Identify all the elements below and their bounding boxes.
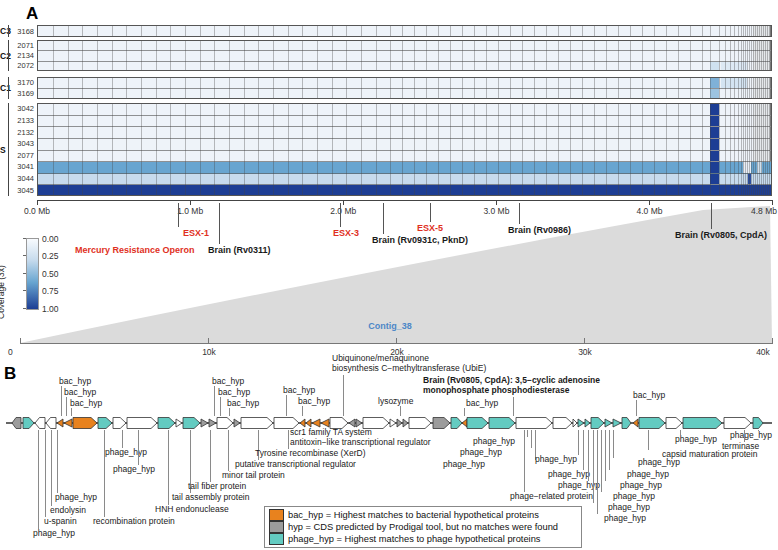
heatmap-gridline: [112, 104, 113, 195]
heatmap-gridline: [361, 104, 362, 195]
heatmap-gridline: [558, 41, 559, 70]
heatmap-gridline: [474, 41, 475, 70]
heatmap-gridline: [618, 41, 619, 70]
heatmap-gridline: [719, 104, 720, 195]
heatmap-gridline: [761, 104, 762, 195]
heatmap-gridline: [534, 104, 535, 195]
heatmap-gridline: [765, 104, 766, 195]
gene-label-leader: [464, 408, 465, 416]
heatmap-gridline: [474, 26, 475, 36]
heatmap-gridline: [690, 26, 691, 36]
contig-axis-tick: [20, 338, 21, 344]
heatmap-gridline: [273, 78, 274, 98]
gene-arrow: [306, 419, 311, 427]
gene-label: phage_hyp: [473, 437, 515, 447]
heatmap-gridline: [332, 41, 333, 70]
gene-label: phage_hyp: [730, 431, 772, 441]
coverage-legend-tick: [23, 238, 26, 239]
heatmap-gridline: [185, 78, 186, 98]
heatmap-gridline: [767, 104, 768, 195]
heatmap-gridline: [302, 26, 303, 36]
gene-label-leader: [138, 430, 139, 465]
heatmap-gridline: [642, 41, 643, 70]
contig-axis-tick: [772, 338, 773, 344]
heatmap-block: [37, 103, 772, 196]
heatmap-gridline: [462, 104, 463, 195]
heatmap-gridline: [68, 78, 69, 98]
heatmap-gridline: [719, 78, 720, 98]
contig-axis-tick-label: 10k: [196, 347, 222, 357]
gene-label: tail fiber protein: [188, 482, 246, 492]
heatmap-gridline: [53, 26, 54, 36]
gene-arrow: [46, 418, 56, 429]
gene-arrow: [356, 419, 362, 427]
gene-label-leader: [229, 408, 230, 416]
heatmap-gridline: [317, 41, 318, 70]
gene-label: biosynthesis C−methyltransferase (UbiE): [332, 364, 486, 374]
coverage-legend-tick-label: 0.00: [42, 234, 59, 244]
heatmap-gridline: [302, 78, 303, 98]
gene-legend-text: phage_hyp = Highest matches to phage hyp…: [288, 534, 540, 544]
coverage-legend-tick-label: 0.25: [42, 251, 59, 261]
heatmap-gridline: [725, 104, 726, 195]
heatmap-gridline: [771, 26, 772, 36]
gene-label-leader: [583, 430, 584, 470]
heatmap-gridline: [258, 26, 259, 36]
panel-a-axis-tick: [496, 200, 497, 205]
heatmap-gridline: [765, 26, 766, 36]
heatmap-gridline: [719, 26, 720, 36]
gene-label-leader: [220, 397, 221, 416]
gene-arrow: [113, 418, 126, 429]
gene-label-leader: [593, 430, 594, 503]
heatmap-gridline: [666, 104, 667, 195]
heatmap-gridline: [678, 26, 679, 36]
heatmap-gridline: [743, 26, 744, 36]
heatmap-row: [38, 139, 771, 151]
heatmap-gridline: [534, 78, 535, 98]
heatmap-gridline: [332, 78, 333, 98]
heatmap-gridline: [462, 26, 463, 36]
heatmap-gridline: [273, 26, 274, 36]
heatmap-gridline: [749, 78, 750, 98]
gene-label: phage_hyp: [675, 435, 717, 445]
annotation-leader-line: [430, 203, 431, 222]
heatmap-gridline: [654, 104, 655, 195]
genome-annotation-label: ESX-5: [417, 223, 443, 233]
heatmap-gridline: [618, 78, 619, 98]
gene-label-leader: [597, 430, 598, 514]
heatmap-gridline: [730, 41, 731, 70]
gene-label-leader: [214, 386, 215, 416]
heatmap-gridline: [426, 41, 427, 70]
genome-annotation-label: Mercury Resistance Operon: [75, 245, 195, 255]
gene-label: u-spanin: [44, 517, 77, 527]
heatmap-row: [38, 104, 771, 116]
heatmap-gridline: [630, 26, 631, 36]
gene-label-leader: [302, 406, 303, 416]
panel-a-axis-tick: [649, 200, 650, 205]
heatmap-gridline: [741, 26, 742, 36]
heatmap-gridline: [558, 26, 559, 36]
heatmap-gridline: [730, 104, 731, 195]
gene-label-leader: [57, 430, 58, 493]
heatmap-gridline: [82, 78, 83, 98]
gene-arrow: [158, 418, 175, 429]
coverage-legend-tick: [23, 290, 26, 291]
gene-label-leader: [605, 430, 606, 481]
heatmap-gridline: [317, 78, 318, 98]
gene-label-leader: [513, 397, 514, 416]
heatmap-gridline: [170, 104, 171, 195]
annotation-leader-line: [178, 203, 179, 227]
gene-label: lysozyme: [378, 397, 413, 407]
gene-arrow: [321, 419, 329, 427]
genome-annotation-label: ESX-3: [333, 228, 359, 238]
gene-arrow: [35, 418, 45, 429]
heatmap-gridline: [156, 41, 157, 70]
gene-label: phage_hyp: [535, 455, 577, 465]
heatmap-gridline: [402, 26, 403, 36]
heatmap-gridline: [185, 26, 186, 36]
heatmap-gridline: [702, 104, 703, 195]
heatmap-gridline: [82, 26, 83, 36]
gene-legend-row: hyp = CDS predicted by Prodigal tool, bu…: [269, 521, 577, 533]
heatmap-gridline: [678, 41, 679, 70]
gene-arrow: [403, 419, 408, 427]
